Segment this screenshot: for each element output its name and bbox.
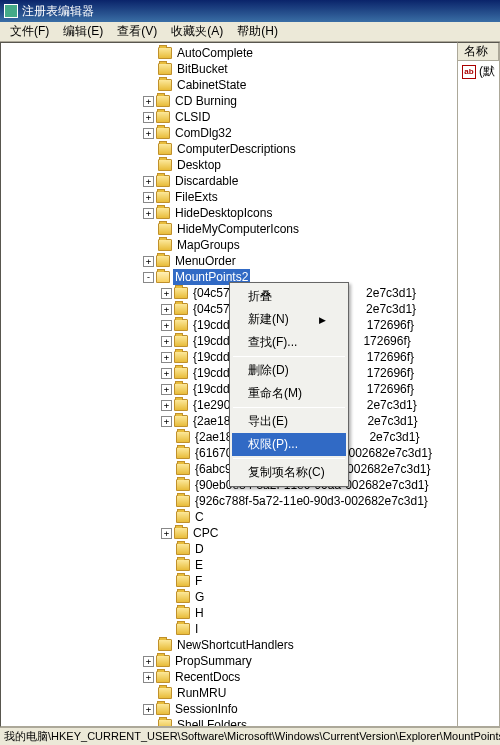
tree-node[interactable]: +CLSID bbox=[3, 109, 434, 125]
expand-icon[interactable]: + bbox=[143, 208, 154, 219]
tree-node-label[interactable]: SessionInfo bbox=[173, 701, 240, 717]
tree-node[interactable]: +Discardable bbox=[3, 173, 434, 189]
tree-node[interactable]: F bbox=[3, 573, 434, 589]
tree-node-label[interactable]: CD Burning bbox=[173, 93, 239, 109]
ctx-collapse[interactable]: 折叠 bbox=[232, 285, 346, 308]
ctx-export[interactable]: 导出(E) bbox=[232, 410, 346, 433]
tree-node[interactable]: {2ae1823e2e7c3d1} bbox=[3, 429, 434, 445]
tree-node-label[interactable]: ComDlg32 bbox=[173, 125, 234, 141]
tree-node[interactable]: C bbox=[3, 509, 434, 525]
tree-pane[interactable]: AutoCompleteBitBucketCabinetState+CD Bur… bbox=[0, 42, 458, 727]
tree-node[interactable]: NewShortcutHandlers bbox=[3, 637, 434, 653]
tree-node[interactable]: +FileExts bbox=[3, 189, 434, 205]
menu-help[interactable]: 帮助(H) bbox=[231, 21, 284, 42]
tree-node-label[interactable]: G bbox=[193, 589, 206, 605]
tree-node[interactable]: +RecentDocs bbox=[3, 669, 434, 685]
expand-icon[interactable]: + bbox=[161, 416, 172, 427]
tree-node[interactable]: {6abc9a2e-3403-11e0-909c-002682e7c3d1} bbox=[3, 461, 434, 477]
collapse-icon[interactable]: - bbox=[143, 272, 154, 283]
tree-node[interactable]: +{19cdd6a0172696f} bbox=[3, 349, 434, 365]
tree-node[interactable]: Desktop bbox=[3, 157, 434, 173]
expand-icon[interactable]: + bbox=[161, 304, 172, 315]
tree-node-label[interactable]: D bbox=[193, 541, 206, 557]
expand-icon[interactable]: + bbox=[143, 704, 154, 715]
tree-node[interactable]: AutoComplete bbox=[3, 45, 434, 61]
tree-node-label[interactable]: E bbox=[193, 557, 205, 573]
tree-node-label[interactable]: Discardable bbox=[173, 173, 240, 189]
tree-node[interactable]: +ComDlg32 bbox=[3, 125, 434, 141]
tree-node[interactable]: +{1e29080c2e7c3d1} bbox=[3, 397, 434, 413]
expand-icon[interactable]: + bbox=[143, 128, 154, 139]
expand-icon[interactable]: + bbox=[143, 672, 154, 683]
tree-node-label[interactable]: FileExts bbox=[173, 189, 220, 205]
tree-node[interactable]: +{19cdd6a1172696f} bbox=[3, 365, 434, 381]
tree-node[interactable]: H bbox=[3, 605, 434, 621]
tree-node-label[interactable]: NewShortcutHandlers bbox=[175, 637, 296, 653]
expand-icon[interactable]: + bbox=[161, 320, 172, 331]
tree-node[interactable]: +{19cdd69f172696f} bbox=[3, 333, 434, 349]
menu-edit[interactable]: 编辑(E) bbox=[57, 21, 109, 42]
tree-node[interactable]: ComputerDescriptions bbox=[3, 141, 434, 157]
tree-node[interactable]: +{2ae1823d2e7c3d1} bbox=[3, 413, 434, 429]
expand-icon[interactable]: + bbox=[143, 96, 154, 107]
tree-node[interactable]: +CD Burning bbox=[3, 93, 434, 109]
tree-node[interactable]: CabinetState bbox=[3, 77, 434, 93]
column-header-name[interactable]: 名称 bbox=[458, 43, 499, 61]
tree-node-label[interactable]: HideMyComputerIcons bbox=[175, 221, 301, 237]
tree-node-label[interactable]: RunMRU bbox=[175, 685, 228, 701]
tree-node-label[interactable]: MenuOrder bbox=[173, 253, 238, 269]
tree-node[interactable]: +{04c57bc62e7c3d1} bbox=[3, 285, 434, 301]
tree-node-label[interactable]: CLSID bbox=[173, 109, 212, 125]
tree-node[interactable]: I bbox=[3, 621, 434, 637]
expand-icon[interactable]: + bbox=[161, 352, 172, 363]
tree-node-label[interactable]: Shell Folders bbox=[175, 717, 249, 727]
expand-icon[interactable]: + bbox=[161, 400, 172, 411]
tree-node[interactable]: {61670757-6631-11e0-90dd-002682e7c3d1} bbox=[3, 445, 434, 461]
tree-node[interactable]: -MountPoints2 bbox=[3, 269, 434, 285]
value-row-default[interactable]: ab (默 bbox=[458, 61, 499, 82]
tree-node-label[interactable]: I bbox=[193, 621, 200, 637]
tree-node-label[interactable]: CPC bbox=[191, 525, 220, 541]
tree-node[interactable]: HideMyComputerIcons bbox=[3, 221, 434, 237]
tree-node-label[interactable]: CabinetState bbox=[175, 77, 248, 93]
expand-icon[interactable]: + bbox=[161, 288, 172, 299]
ctx-new[interactable]: 新建(N)▶ bbox=[232, 308, 346, 331]
tree-node[interactable]: {926c788f-5a72-11e0-90d3-002682e7c3d1} bbox=[3, 493, 434, 509]
tree-node-label[interactable]: RecentDocs bbox=[173, 669, 242, 685]
tree-node-label[interactable]: C bbox=[193, 509, 206, 525]
tree-node[interactable]: RunMRU bbox=[3, 685, 434, 701]
expand-icon[interactable]: + bbox=[143, 176, 154, 187]
tree-node-label[interactable]: H bbox=[193, 605, 206, 621]
ctx-copy-key-name[interactable]: 复制项名称(C) bbox=[232, 461, 346, 484]
tree-node[interactable]: +HideDesktopIcons bbox=[3, 205, 434, 221]
values-pane[interactable]: 名称 ab (默 bbox=[458, 42, 500, 727]
tree-node[interactable]: +CPC bbox=[3, 525, 434, 541]
tree-node[interactable]: D bbox=[3, 541, 434, 557]
tree-node[interactable]: Shell Folders bbox=[3, 717, 434, 727]
tree-node[interactable]: +SessionInfo bbox=[3, 701, 434, 717]
expand-icon[interactable]: + bbox=[161, 368, 172, 379]
tree-node-label[interactable]: F bbox=[193, 573, 204, 589]
tree-node[interactable]: +{19cdd6a7172696f} bbox=[3, 381, 434, 397]
ctx-rename[interactable]: 重命名(M) bbox=[232, 382, 346, 405]
tree-node-label[interactable]: ComputerDescriptions bbox=[175, 141, 298, 157]
expand-icon[interactable]: + bbox=[161, 336, 172, 347]
expand-icon[interactable]: + bbox=[143, 256, 154, 267]
tree-node[interactable]: +{19cdd69a172696f} bbox=[3, 317, 434, 333]
ctx-delete[interactable]: 删除(D) bbox=[232, 359, 346, 382]
tree-node[interactable]: G bbox=[3, 589, 434, 605]
tree-node[interactable]: MapGroups bbox=[3, 237, 434, 253]
tree-node[interactable]: E bbox=[3, 557, 434, 573]
tree-node[interactable]: BitBucket bbox=[3, 61, 434, 77]
ctx-find[interactable]: 查找(F)... bbox=[232, 331, 346, 354]
menu-view[interactable]: 查看(V) bbox=[111, 21, 163, 42]
tree-node[interactable]: {90eb0e84-3a2f-11e0-90aa-002682e7c3d1} bbox=[3, 477, 434, 493]
ctx-permissions[interactable]: 权限(P)... bbox=[232, 433, 346, 456]
tree-node[interactable]: +MenuOrder bbox=[3, 253, 434, 269]
tree-node-label[interactable]: AutoComplete bbox=[175, 45, 255, 61]
tree-node-label[interactable]: {926c788f-5a72-11e0-90d3-002682e7c3d1} bbox=[193, 493, 430, 509]
tree-node-label[interactable]: MapGroups bbox=[175, 237, 242, 253]
tree-node[interactable]: +{04c57bc72e7c3d1} bbox=[3, 301, 434, 317]
expand-icon[interactable]: + bbox=[143, 112, 154, 123]
tree-node[interactable]: +PropSummary bbox=[3, 653, 434, 669]
